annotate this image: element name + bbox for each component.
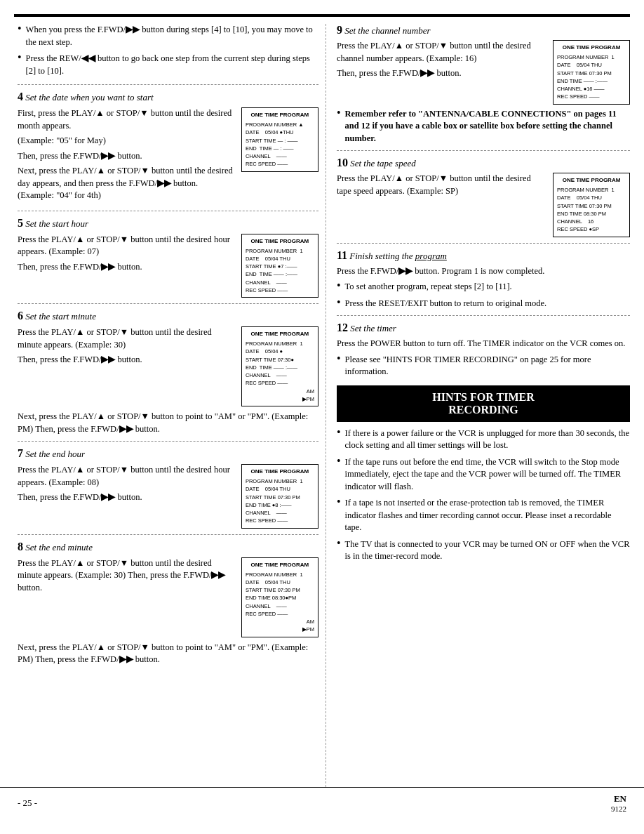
step10-content: Press the PLAY/▲ or STOP/▼ button until … — [337, 173, 630, 237]
step10-text: Press the PLAY/▲ or STOP/▼ button until … — [337, 173, 547, 200]
hints-bullet1-text: If there is a power failure or the VCR i… — [345, 428, 630, 452]
bullet-dot-h2: • — [337, 455, 341, 468]
bullet-text-2: Press the REW/◀◀ button to go back one s… — [26, 53, 318, 77]
otp5-row4: END TIME —— :—— — [246, 270, 314, 278]
step7-block: 7 Set the end hour Press the PLAY/▲ or S… — [18, 447, 318, 529]
intro-bullets: • When you press the F.FWD/▶▶ button dur… — [18, 24, 318, 77]
bullet-dot: • — [18, 22, 22, 35]
otp9-row6: REC SPEED —— — [557, 93, 626, 100]
step9-text: Press the PLAY/▲ or STOP/▼ button until … — [337, 40, 547, 83]
otp6-row1: PROGRAM NUMBER 1 — [246, 340, 314, 348]
step11-text: Press the F.FWD/▶▶ button. Program 1 is … — [337, 265, 630, 278]
otp8-row2: DATE 05/04 THU — [246, 578, 314, 586]
bullet-dot-11a: • — [337, 279, 341, 292]
step9-header: 9 Set the channel number — [337, 24, 630, 37]
otp5-row2: DATE 05/04 THU — [246, 255, 314, 263]
step11-block: 11 Finish setting the program Press the … — [337, 249, 630, 310]
step6-content: Press the PLAY/▲ or STOP/▼ button until … — [18, 326, 318, 406]
step4-header: 4 Set the date when you want to start — [18, 91, 318, 103]
otp5-row3: START TIME ●7 :—— — [246, 263, 314, 270]
otp7-row2: DATE 05/04 THU — [246, 485, 314, 493]
page: • When you press the F.FWD/▶▶ button dur… — [0, 0, 644, 834]
otp5-row5: CHANNEL —— — [246, 279, 314, 286]
footer-page: - 25 - — [18, 797, 37, 809]
step8-content: Press the PLAY/▲ or STOP/▼ button until … — [18, 557, 318, 637]
divider-4 — [18, 211, 318, 211]
step4-content: First, press the PLAY/▲ or STOP/▼ button… — [18, 107, 318, 205]
otp7-row1: PROGRAM NUMBER 1 — [246, 477, 314, 485]
step9-number: 9 — [337, 24, 342, 36]
step8-number: 8 — [18, 541, 23, 552]
step6-text: Press the PLAY/▲ or STOP/▼ button until … — [18, 326, 236, 369]
hints-bullets: • If there is a power failure or the VCR… — [337, 428, 630, 563]
otp4-row3: START TIME — : —— — [246, 137, 314, 145]
otp9-row4: END TIME —— :—— — [557, 77, 626, 85]
step5-block: 5 Set the start hour Press the PLAY/▲ or… — [18, 217, 318, 298]
step9-block: 9 Set the channel number Press the PLAY/… — [337, 24, 630, 145]
otp7-title: ONE TIME PROGRAM — [246, 468, 314, 476]
step12-block: 12 Set the timer Press the POWER button … — [337, 322, 630, 378]
top-border — [14, 14, 630, 17]
otp7-row3: START TIME 07:30 PM — [246, 494, 314, 501]
otp10-row5: CHANNEL 16 — [557, 218, 626, 225]
step12-text: Press the POWER button to turn off. The … — [337, 338, 630, 350]
hints-bullet3-text: If a tape is not inserted or the erase-p… — [345, 497, 630, 534]
hints-line2: RECORDING — [342, 404, 624, 416]
step8-block: 8 Set the end minute Press the PLAY/▲ or… — [18, 541, 318, 666]
step6-otp: ONE TIME PROGRAM PROGRAM NUMBER 1 DATE 0… — [241, 326, 318, 406]
step12-bullet1: • Please see "HINTS FOR TIMER RECORDING"… — [337, 354, 630, 378]
step9-bullet-text: Remember refer to "ANTENNA/CABLE CONNECT… — [345, 108, 630, 145]
step10-header: 10 Set the tape speed — [337, 157, 630, 169]
otp8-row8: ▶PM — [246, 626, 314, 633]
hints-bullet3: • If a tape is not inserted or the erase… — [337, 497, 630, 534]
step7-content: Press the PLAY/▲ or STOP/▼ button until … — [18, 464, 318, 529]
step8-text2: Next, press the PLAY/▲ or STOP/▼ button … — [18, 642, 318, 666]
step12-bullet1-text: Please see "HINTS FOR TIMER RECORDING" o… — [345, 354, 630, 378]
step5-number: 5 — [18, 217, 23, 229]
otp10-row2: DATE 05/04 THU — [557, 194, 626, 201]
otp7-row4: END TIME ●8 :—— — [246, 501, 314, 509]
step11-number: 11 — [337, 249, 347, 261]
otp8-row6: REC SPEED —— — [246, 610, 314, 618]
otp9-title: ONE TIME PROGRAM — [557, 44, 626, 52]
otp4-title: ONE TIME PROGRAM — [246, 111, 314, 119]
otp7-row5: CHANNEL —— — [246, 509, 314, 517]
hints-bullet2: • If the tape runs out before the end ti… — [337, 456, 630, 494]
step11-bullet2: • Press the RESET/EXIT button to return … — [337, 298, 630, 310]
step5-header: 5 Set the start hour — [18, 217, 318, 230]
step12-number: 12 — [337, 322, 348, 333]
otp5-row6: REC SPEED —— — [246, 286, 314, 294]
otp10-row4: END TIME 08:30 PM — [557, 210, 626, 218]
content-area: • When you press the F.FWD/▶▶ button dur… — [0, 24, 644, 787]
hints-bullet4-text: The TV that is connected to your VCR may… — [345, 538, 630, 563]
otp7-row6: REC SPEED —— — [246, 517, 314, 524]
step8-header: 8 Set the end minute — [18, 541, 318, 553]
step11-bullet1-text: To set another program, repeat steps [2]… — [345, 281, 512, 293]
otp5-title: ONE TIME PROGRAM — [246, 237, 314, 246]
otp4-row6: REC SPEED —— — [246, 160, 314, 168]
otp6-row3: START TIME 07:30● — [246, 356, 314, 364]
footer-right: EN 9122 — [611, 793, 626, 813]
otp10-row3: START TIME 07:30 PM — [557, 202, 626, 210]
otp4-row5: CHANNEL —— — [246, 152, 314, 160]
otp6-row7: AM — [246, 388, 314, 395]
step5-text: Press the PLAY/▲ or STOP/▼ button until … — [18, 234, 236, 277]
step12-header: 12 Set the timer — [337, 322, 630, 334]
otp8-row5: CHANNEL —— — [246, 602, 314, 610]
otp6-row4: END TIME —— :—— — [246, 364, 314, 371]
otp6-row5: CHANNEL —— — [246, 371, 314, 379]
bullet-text-1: When you press the F.FWD/▶▶ button durin… — [26, 24, 318, 48]
step7-number: 7 — [18, 447, 23, 459]
otp4-row4: END TIME — : —— — [246, 145, 314, 152]
step7-otp: ONE TIME PROGRAM PROGRAM NUMBER 1 DATE 0… — [241, 464, 318, 529]
footer-model: 9122 — [611, 805, 626, 813]
bullet-dot-12: • — [337, 352, 341, 365]
step8-text: Press the PLAY/▲ or STOP/▼ button until … — [18, 557, 236, 597]
page-footer: - 25 - EN 9122 — [0, 787, 644, 813]
hints-bullet2-text: If the tape runs out before the end time… — [345, 456, 630, 494]
step4-text: First, press the PLAY/▲ or STOP/▼ button… — [18, 107, 236, 205]
otp10-row1: PROGRAM NUMBER 1 — [557, 186, 626, 194]
step11-header: 11 Finish setting the program — [337, 249, 630, 262]
otp6-row6: REC SPEED —— — [246, 379, 314, 387]
step11-bullet2-text: Press the RESET/EXIT button to return to… — [345, 298, 547, 310]
